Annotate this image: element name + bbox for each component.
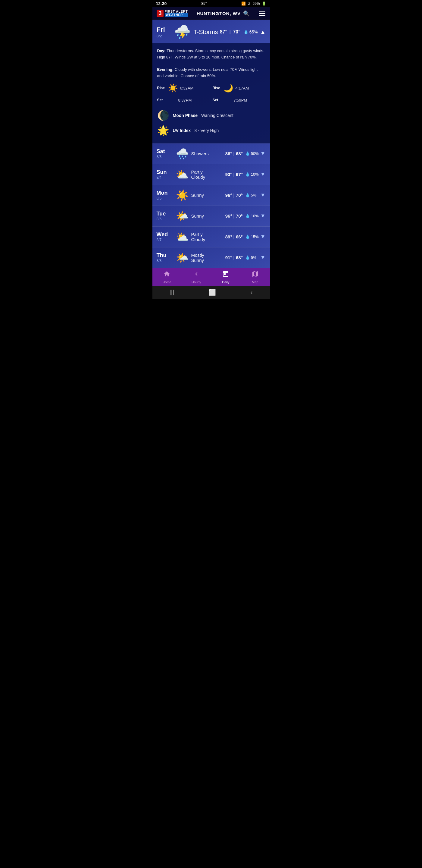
forecast-icon-4: ⛅ — [175, 231, 189, 243]
forecast-condition-1: Partly Cloudy — [191, 169, 225, 180]
nav-item-hourly[interactable]: Hourly — [187, 270, 205, 284]
header-location: HUNTINGTON, WV 🔍 — [197, 10, 250, 17]
forecast-icon-2: ☀️ — [175, 189, 189, 201]
forecast-precip-2: 💧 5% — [245, 193, 260, 197]
app-header: 3 FIRST ALERT WEATHER HUNTINGTON, WV 🔍 — [153, 7, 270, 20]
sun-divider — [157, 96, 209, 96]
wifi-icon: 📶 — [241, 1, 246, 6]
status-time: 12:30 — [156, 1, 167, 6]
sun-rise-row: Rise ☀️ 6:32AM — [157, 84, 209, 93]
precip-drop-icon-3: 💧 — [245, 214, 250, 218]
forecast-row[interactable]: Mon 8/5 ☀️ Sunny 96° | 70° 💧 5% ▼ — [153, 185, 270, 206]
forecast-row[interactable]: Tue 8/6 🌤️ Sunny 96° | 70° 💧 10% ▼ — [153, 206, 270, 227]
moon-phase-value: Waning Crescent — [201, 113, 233, 118]
forecast-day-label-5: Thu 8/8 — [157, 252, 173, 263]
uv-row: 🌟 UV Index 8 - Very High — [157, 123, 265, 138]
uv-value: 8 - Very High — [194, 128, 219, 133]
forecast-temps-5: 91° | 68° — [225, 255, 243, 260]
logo-container: 3 FIRST ALERT WEATHER — [157, 10, 188, 17]
forecast-temps-2: 96° | 70° — [225, 193, 243, 198]
nav-item-map[interactable]: Map — [246, 270, 264, 284]
forecast-expand-btn-5[interactable]: ▼ — [260, 254, 266, 261]
sun-set-row: Set 8:37PM — [157, 98, 209, 102]
battery-icon: 🔋 — [262, 1, 266, 6]
moon-divider — [213, 96, 265, 96]
forecast-day-label-4: Wed 8/7 — [157, 231, 173, 242]
forecast-day-label-3: Tue 8/6 — [157, 211, 173, 221]
sun-col: Rise ☀️ 6:32AM Set 8:37PM — [157, 84, 209, 104]
sun-rise-label: Rise — [157, 86, 166, 90]
expanded-day-header[interactable]: Fri 8/2 ⛈️ T-Storms 87° | 70° 💧 65% ▲ — [153, 20, 270, 43]
expanded-condition: T-Storms — [194, 29, 220, 36]
forecast-expand-btn-3[interactable]: ▼ — [260, 213, 266, 219]
forecast-temps-0: 86° | 68° — [225, 151, 243, 156]
forecast-condition-2: Sunny — [191, 193, 225, 198]
precip-drop-icon: 💧 — [244, 30, 249, 34]
menu-icon[interactable] — [259, 11, 265, 16]
forecast-list: Sat 8/3 🌧️ Showers 86° | 68° 💧 50% ▼ Sun… — [153, 144, 270, 268]
moon-phase-row: 🌘 Moon Phase Waning Crescent — [157, 108, 265, 123]
forecast-expand-btn-4[interactable]: ▼ — [260, 234, 266, 240]
forecast-day-date-3: 8/6 — [157, 217, 173, 221]
expanded-weather-icon: ⛈️ — [174, 24, 191, 40]
precip-drop-icon-0: 💧 — [245, 151, 250, 156]
forecast-precip-5: 💧 5% — [245, 255, 260, 260]
forecast-condition-4: Partly Cloudy — [191, 232, 225, 242]
expanded-low: 70° — [233, 29, 240, 34]
forecast-expand-btn-2[interactable]: ▼ — [260, 192, 266, 198]
nav-icon-hourly — [193, 270, 200, 279]
forecast-temps-1: 93° | 67° — [225, 172, 243, 177]
moon-col: Rise 🌙 4:17AM Set 7:59PM — [213, 84, 265, 104]
nav-label-hourly: Hourly — [192, 280, 201, 284]
forecast-expand-btn-0[interactable]: ▼ — [260, 150, 266, 157]
expanded-day-label: Fri 8/2 — [157, 26, 171, 38]
forecast-row[interactable]: Thu 8/8 🌤️ Mostly Sunny 91° | 68° 💧 5% ▼ — [153, 247, 270, 268]
precip-drop-icon-5: 💧 — [245, 255, 250, 260]
forecast-icon-5: 🌤️ — [175, 252, 189, 264]
forecast-temps-3: 96° | 70° — [225, 213, 243, 218]
forecast-precip-3: 💧 10% — [245, 214, 260, 218]
status-bar: 12:30 85° 📶 ⊘ 69% 🔋 — [153, 0, 270, 7]
moon-rise-time: 4:17AM — [235, 86, 249, 90]
expanded-temps: 87° | 70° — [220, 29, 240, 35]
forecast-day-date-5: 8/8 — [157, 258, 173, 263]
forecast-day-name-1: Sun — [157, 169, 173, 176]
forecast-row[interactable]: Wed 8/7 ⛅ Partly Cloudy 89° | 66° 💧 15% … — [153, 227, 270, 247]
back-button[interactable]: ‹ — [251, 289, 253, 296]
sun-icon: ☀️ — [168, 84, 178, 93]
forecast-row[interactable]: Sun 8/4 ⛅ Partly Cloudy 93° | 67° 💧 10% … — [153, 164, 270, 185]
forecast-expand-btn-1[interactable]: ▼ — [260, 171, 266, 178]
forecast-precip-4: 💧 15% — [245, 235, 260, 239]
detail-card: Day: Thunderstorms. Storms may contain s… — [153, 43, 270, 144]
expanded-high: 87° — [220, 29, 227, 34]
home-button[interactable]: ⬜ — [208, 289, 216, 296]
do-not-disturb-icon: ⊘ — [248, 1, 251, 6]
forecast-day-label-1: Sun 8/4 — [157, 169, 173, 180]
nav-item-daily[interactable]: Daily — [217, 270, 235, 284]
search-icon[interactable]: 🔍 — [243, 10, 250, 17]
forecast-precip-0: 💧 50% — [245, 151, 260, 156]
sun-moon-grid: Rise ☀️ 6:32AM Set 8:37PM Rise 🌙 4:17AM — [157, 84, 265, 104]
logo-badge: 3 — [157, 10, 164, 17]
collapse-button[interactable]: ▲ — [260, 29, 266, 35]
forecast-row[interactable]: Sat 8/3 🌧️ Showers 86° | 68° 💧 50% ▼ — [153, 144, 270, 164]
forecast-precip-1: 💧 10% — [245, 172, 260, 177]
forecast-icon-0: 🌧️ — [175, 148, 189, 160]
expanded-day-date: 8/2 — [157, 34, 171, 38]
precip-drop-icon-4: 💧 — [245, 235, 250, 239]
moon-phase-icon: 🌘 — [157, 110, 169, 121]
battery-level: 69% — [252, 1, 260, 6]
detail-day-content: Thunderstorms. Storms may contain strong… — [157, 49, 264, 59]
nav-item-home[interactable]: Home — [158, 270, 176, 284]
recent-apps-button[interactable]: ||| — [170, 289, 174, 296]
sun-set-time: 8:37PM — [178, 98, 192, 102]
nav-label-map: Map — [252, 280, 258, 284]
logo-weather: WEATHER — [165, 13, 188, 17]
status-temp: 85° — [201, 1, 207, 6]
detail-day-label: Day: — [157, 49, 166, 53]
sun-set-label: Set — [157, 98, 166, 102]
forecast-temps-4: 89° | 66° — [225, 234, 243, 239]
status-right: 📶 ⊘ 69% 🔋 — [241, 1, 266, 6]
bottom-nav: Home Hourly Daily Map — [153, 268, 270, 286]
forecast-day-label-0: Sat 8/3 — [157, 148, 173, 159]
